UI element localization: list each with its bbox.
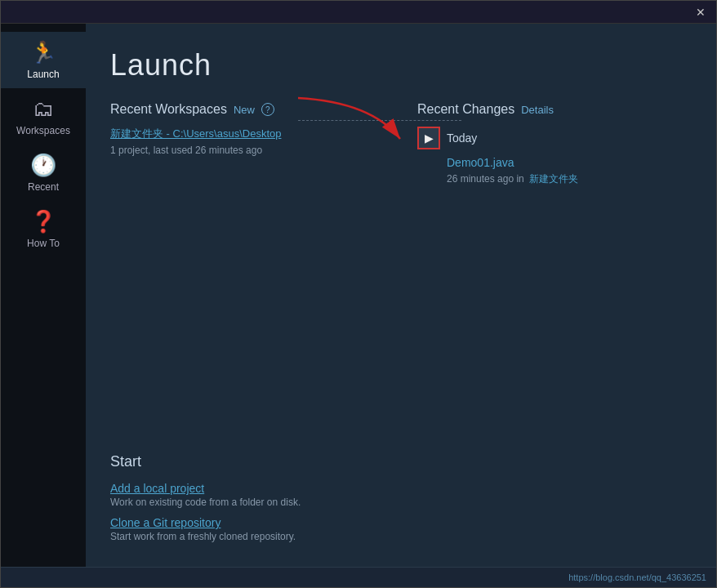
left-column: Recent Workspaces New ? 新建文件夹 - C:\Users… [110,102,409,437]
help-icon[interactable]: ? [261,103,274,116]
footer-url: https://blog.csdn.net/qq_43636251 [568,572,706,582]
content-area: Launch Recent Workspaces New ? 新建文件夹 - C… [86,24,716,567]
sidebar: 🏃 Launch 🗂 Workspaces 🕐 Recent ❓ How To [1,24,86,567]
right-column: Recent Changes Details ▶ Today Demo01.ja… [409,102,684,437]
workspace-meta: 1 project, last used 26 minutes ago [110,145,376,156]
details-link[interactable]: Details [521,104,554,116]
recent-changes-header: Recent Changes Details [417,102,684,117]
workspace-link[interactable]: 新建文件夹 - C:\Users\asus\Desktop [110,127,376,141]
clone-git-action: Clone a Git repository Start work from a… [110,516,684,542]
sidebar-item-label-howto: How To [27,238,60,249]
main-window: ✕ 🏃 Launch 🗂 Workspaces 🕐 Recent ❓ How T… [0,0,717,588]
recent-workspaces-header: Recent Workspaces New ? [110,102,376,117]
clone-git-link[interactable]: Clone a Git repository [110,516,684,529]
sidebar-item-label-workspaces: Workspaces [16,125,70,136]
title-bar: ✕ [1,1,716,24]
sidebar-item-label-recent: Recent [28,181,59,193]
sidebar-item-label-launch: Launch [27,69,59,80]
bottom-bar: https://blog.csdn.net/qq_43636251 [1,567,716,587]
sidebar-item-recent[interactable]: 🕐 Recent [1,145,86,201]
file-meta: 26 minutes ago in 新建文件夹 [447,172,684,186]
close-button[interactable]: ✕ [692,3,710,21]
play-icon: ▶ [425,131,434,145]
sidebar-item-workspaces[interactable]: 🗂 Workspaces [1,88,86,145]
sidebar-item-howto[interactable]: ❓ How To [1,201,86,257]
today-label: Today [447,131,477,145]
recent-changes-heading: Recent Changes [417,102,514,117]
main-layout: 🏃 Launch 🗂 Workspaces 🕐 Recent ❓ How To … [1,24,716,567]
columns-layout: Recent Workspaces New ? 新建文件夹 - C:\Users… [110,102,684,437]
add-local-project-action: Add a local project Work on existing cod… [110,482,684,508]
start-heading: Start [110,453,684,470]
file-location-link[interactable]: 新建文件夹 [529,173,578,185]
add-local-project-link[interactable]: Add a local project [110,482,684,495]
launch-icon: 🏃 [30,40,56,65]
start-section: Start Add a local project Work on existi… [110,437,684,550]
workspaces-icon: 🗂 [33,96,54,122]
close-icon: ✕ [696,6,706,19]
play-icon-box[interactable]: ▶ [417,127,440,149]
howto-icon: ❓ [30,209,56,234]
add-local-project-desc: Work on existing code from a folder on d… [110,497,684,508]
recent-workspaces-heading: Recent Workspaces [110,102,227,117]
clone-git-desc: Start work from a freshly cloned reposit… [110,531,684,542]
sidebar-item-launch[interactable]: 🏃 Launch [1,32,86,88]
recent-icon: 🕐 [30,153,56,178]
new-workspace-link[interactable]: New [234,104,255,116]
file-time: 26 minutes ago in [447,173,524,185]
today-row: ▶ Today [417,127,684,149]
file-link[interactable]: Demo01.java [447,156,684,169]
page-title: Launch [110,48,684,82]
